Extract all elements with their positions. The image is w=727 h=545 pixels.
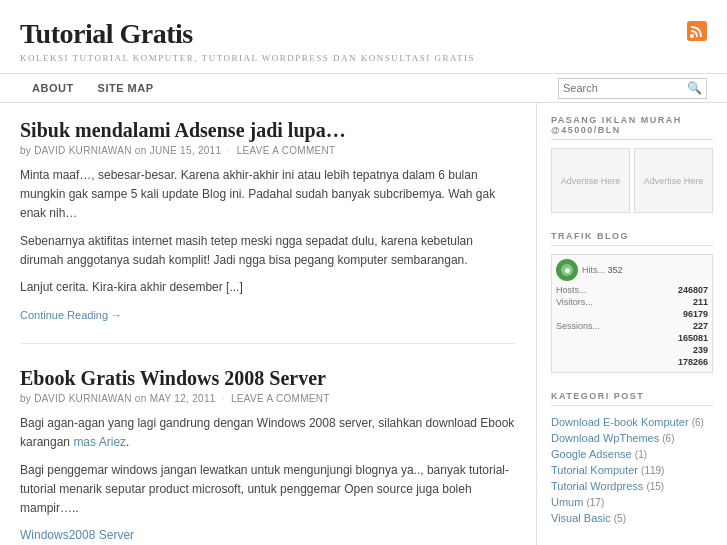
list-item: Google Adsense (1) [551,446,713,462]
post-paragraph: Windows2008 Server [20,526,516,545]
category-count: (1) [635,449,647,460]
sidebar-traffic-title: TRAFIK BLOG [551,231,713,246]
traffic-value: 211 [693,297,708,307]
traffic-row: 178266 [556,356,708,368]
nav-sitemap[interactable]: SITE MAP [86,74,166,102]
sidebar-ads-title: PASANG IKLAN MURAH @45000/BLN [551,115,713,140]
traffic-widget: Hits... 352 Hosts... 246807 Visitors... … [551,254,713,373]
search-icon[interactable]: 🔍 [683,81,702,96]
category-count: (15) [646,481,664,492]
list-item: Visual Basic (5) [551,510,713,526]
continue-reading-link[interactable]: Continue Reading → [20,309,122,321]
traffic-value: 246807 [678,285,708,295]
category-link[interactable]: Tutorial Komputer [551,464,638,476]
post-comment-link[interactable]: LEAVE A COMMENT [231,393,330,404]
post-paragraph: Sebenarnya aktifitas internet masih tete… [20,232,516,270]
category-link[interactable]: Tutorial Wordpress [551,480,643,492]
site-title: Tutorial Gratis [20,18,707,50]
post-item: Sibuk mendalami Adsense jadi lupa… by DA… [20,118,516,344]
rss-icon[interactable] [687,21,707,41]
traffic-row: 239 [556,344,708,356]
ad-box-2[interactable]: Advertise Here [634,148,713,213]
category-link[interactable]: Download E-book Komputer [551,416,689,428]
traffic-icon [556,259,578,281]
sidebar: PASANG IKLAN MURAH @45000/BLN Advertise … [537,103,727,545]
list-item: Tutorial Komputer (119) [551,462,713,478]
svg-point-1 [690,34,694,38]
list-item: Tutorial Wordpress (15) [551,478,713,494]
post-date: MAY 12, 2011 [150,393,216,404]
search-box: 🔍 [558,78,707,99]
post-paragraph: Minta maaf…, sebesar-besar. Karena akhir… [20,166,516,224]
list-item: Download WpThemes (6) [551,430,713,446]
post-author: DAVID KURNIAWAN [34,145,131,156]
inline-link[interactable]: mas Ariez [73,435,126,449]
list-item: Umum (17) [551,494,713,510]
site-description: KOLEKSI TUTORIAL KOMPUTER, TUTORIAL WORD… [20,53,707,63]
traffic-value-hits: Hits... 352 [582,265,623,275]
traffic-label: Hosts... [556,285,587,295]
traffic-row: 96179 [556,308,708,320]
hits-label: Hits... [582,265,605,275]
post-meta: by DAVID KURNIAWAN on MAY 12, 2011 · LEA… [20,393,516,404]
post-content: Bagi agan-agan yang lagi gandrung dengan… [20,414,516,545]
category-count: (6) [692,417,704,428]
category-count: (17) [586,497,604,508]
category-link[interactable]: Download WpThemes [551,432,659,444]
post-paragraph: Lanjut cerita. Kira-kira akhir desember … [20,278,516,297]
inline-link[interactable]: Windows2008 Server [20,528,134,542]
list-item: Download E-book Komputer (6) [551,414,713,430]
content-area: Sibuk mendalami Adsense jadi lupa… by DA… [0,103,727,545]
hits-value: 352 [608,265,623,275]
post-date: JUNE 15, 2011 [150,145,222,156]
category-list: Download E-book Komputer (6) Download Wp… [551,414,713,526]
svg-rect-0 [687,21,707,41]
navigation: ABOUT SITE MAP 🔍 [0,74,727,103]
category-count: (119) [641,465,664,476]
category-link[interactable]: Umum [551,496,583,508]
post-title: Ebook Gratis Windows 2008 Server [20,366,516,390]
sidebar-categories-section: KATEGORI POST Download E-book Komputer (… [551,391,713,526]
sidebar-traffic-section: TRAFIK BLOG Hits... 352 Hosts... [551,231,713,373]
post-paragraph: Bagi penggemar windows jangan lewatkan u… [20,461,516,519]
traffic-row: Visitors... 211 [556,296,708,308]
nav-about[interactable]: ABOUT [20,74,86,102]
traffic-value: 165081 [678,333,708,343]
post-title: Sibuk mendalami Adsense jadi lupa… [20,118,516,142]
sidebar-ads-section: PASANG IKLAN MURAH @45000/BLN Advertise … [551,115,713,213]
post-paragraph: Bagi agan-agan yang lagi gandrung dengan… [20,414,516,452]
post-meta: by DAVID KURNIAWAN on JUNE 15, 2011 · LE… [20,145,516,156]
ads-container: Advertise Here Advertise Here [551,148,713,213]
traffic-label: Visitors... [556,297,593,307]
traffic-row: Hosts... 246807 [556,284,708,296]
post-comment-link[interactable]: LEAVE A COMMENT [237,145,336,156]
post-author: DAVID KURNIAWAN [34,393,131,404]
traffic-label: Sessions... [556,321,600,331]
sidebar-categories-title: KATEGORI POST [551,391,713,406]
nav-links: ABOUT SITE MAP [20,74,166,102]
ad-box-1[interactable]: Advertise Here [551,148,630,213]
post-content: Minta maaf…, sebesar-besar. Karena akhir… [20,166,516,297]
main-content: Sibuk mendalami Adsense jadi lupa… by DA… [0,103,537,545]
traffic-value: 227 [693,321,708,331]
category-count: (6) [662,433,674,444]
traffic-row: 165081 [556,332,708,344]
traffic-value: 239 [693,345,708,355]
traffic-header: Hits... 352 [556,259,708,281]
traffic-value: 96179 [683,309,708,319]
traffic-value: 178266 [678,357,708,367]
category-link[interactable]: Google Adsense [551,448,632,460]
search-input[interactable] [563,82,683,94]
site-header: Tutorial Gratis KOLEKSI TUTORIAL KOMPUTE… [0,0,727,74]
category-link[interactable]: Visual Basic [551,512,611,524]
traffic-row: Sessions... 227 [556,320,708,332]
post-item: Ebook Gratis Windows 2008 Server by DAVI… [20,366,516,545]
category-count: (5) [614,513,626,524]
